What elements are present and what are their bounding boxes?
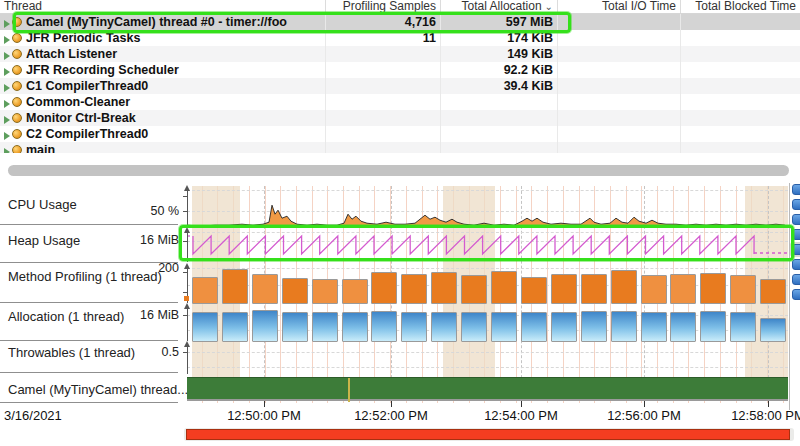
total-allocation-cell <box>440 142 557 153</box>
allocation-bar <box>551 312 577 342</box>
track-axis-value: 16 MiB <box>140 308 179 322</box>
time-axis-label: 12:52:00 PM <box>336 408 446 423</box>
profiling-samples-cell <box>325 110 440 126</box>
expand-arrow-icon[interactable] <box>4 132 10 140</box>
expand-arrow-icon[interactable] <box>4 84 10 92</box>
total-io-cell <box>557 46 680 62</box>
method-profiling-chart <box>187 264 788 304</box>
column-header-thread[interactable]: Thread <box>0 0 325 13</box>
track-label-5[interactable]: Camel (MyTinyCamel) thread... <box>8 382 188 397</box>
expand-arrow-icon[interactable] <box>4 148 10 154</box>
horizontal-scrollbar[interactable] <box>8 165 789 176</box>
column-header-total-allocation[interactable]: Total Allocation⌄ <box>440 0 557 13</box>
method-profiling-bar <box>491 271 517 304</box>
chart-tool-button[interactable] <box>792 184 800 195</box>
thread-name-cell: main <box>0 142 325 153</box>
table-row[interactable]: main <box>0 142 800 153</box>
method-profiling-bar <box>401 274 427 304</box>
profiling-samples-cell <box>325 46 440 62</box>
thread-name-cell: Monitor Ctrl-Break <box>0 110 325 126</box>
track-y-axis <box>187 232 188 262</box>
total-io-cell <box>557 14 680 30</box>
total-allocation-cell: 174 KiB <box>440 30 557 46</box>
chart-tool-button[interactable] <box>792 214 800 225</box>
expand-arrow-icon[interactable] <box>4 100 10 108</box>
time-axis-label: 12:58:00 PM <box>713 408 800 423</box>
total-blocked-cell <box>680 46 800 62</box>
thread-name-cell: JFR Periodic Tasks <box>0 30 325 46</box>
time-axis-tick <box>521 401 522 407</box>
method-profiling-bar <box>670 274 696 304</box>
thread-name-cell: Common-Cleaner <box>0 94 325 110</box>
label-separator <box>0 302 178 303</box>
total-blocked-cell <box>680 94 800 110</box>
thread-icon <box>12 17 22 27</box>
axis-tick <box>183 272 188 273</box>
thread-table-header: ThreadProfiling SamplesTotal Allocation⌄… <box>0 0 800 14</box>
expand-arrow-icon[interactable] <box>4 20 10 28</box>
thread-table: ThreadProfiling SamplesTotal Allocation⌄… <box>0 0 800 153</box>
table-row[interactable]: C2 CompilerThread0 <box>0 126 800 142</box>
table-row[interactable]: C1 CompilerThread039.4 KiB <box>0 78 800 94</box>
track-label-3[interactable]: Allocation (1 thread) <box>8 309 124 324</box>
profiling-samples-cell <box>325 142 440 153</box>
table-row[interactable]: JFR Recording Scheduler92.2 KiB <box>0 62 800 78</box>
axis-tick <box>183 241 188 242</box>
profiling-samples-cell: 11 <box>325 30 440 46</box>
allocation-bar <box>611 311 637 342</box>
total-allocation-cell <box>440 110 557 126</box>
column-header-total-blocked-time[interactable]: Total Blocked Time <box>680 0 800 13</box>
chart-tool-button[interactable] <box>792 199 800 210</box>
method-profiling-bar <box>342 279 368 304</box>
table-row[interactable]: Monitor Ctrl-Break <box>0 110 800 126</box>
total-io-cell <box>557 126 680 142</box>
total-io-cell <box>557 110 680 126</box>
label-separator <box>0 262 178 263</box>
column-header-total-i-o-time[interactable]: Total I/O Time <box>557 0 680 13</box>
column-header-profiling-samples[interactable]: Profiling Samples <box>325 0 440 13</box>
profiling-samples-cell <box>325 78 440 94</box>
thread-icon <box>12 33 22 43</box>
method-profiling-bar <box>252 274 278 304</box>
table-row[interactable]: Common-Cleaner <box>0 94 800 110</box>
horizontal-gridline <box>187 352 788 353</box>
expand-arrow-icon[interactable] <box>4 116 10 124</box>
track-label-0[interactable]: CPU Usage <box>8 197 77 212</box>
chart-tool-button[interactable] <box>792 229 800 240</box>
thread-icon <box>12 129 22 139</box>
range-selector-bar[interactable] <box>186 429 790 440</box>
chart-tool-button[interactable] <box>792 289 800 300</box>
total-blocked-cell <box>680 110 800 126</box>
expand-arrow-icon[interactable] <box>4 68 10 76</box>
chart-tool-button[interactable] <box>792 244 800 255</box>
expand-arrow-icon[interactable] <box>4 52 10 60</box>
allocation-bar <box>730 312 756 342</box>
total-io-cell <box>557 142 680 153</box>
thread-name-cell: JFR Recording Scheduler <box>0 62 325 78</box>
label-separator <box>0 402 178 403</box>
allocation-bar <box>491 312 517 342</box>
expand-arrow-icon[interactable] <box>4 36 10 44</box>
total-blocked-cell <box>680 14 800 30</box>
chart-right-divider <box>789 183 790 410</box>
total-blocked-cell <box>680 62 800 78</box>
time-axis-label: 12:54:00 PM <box>466 408 576 423</box>
track-y-axis <box>187 308 188 341</box>
time-axis-tick <box>644 401 645 407</box>
thread-name-cell: Attach Listener <box>0 46 325 62</box>
track-label-4[interactable]: Throwables (1 thread) <box>8 345 135 360</box>
total-io-cell <box>557 94 680 110</box>
chart-tool-button[interactable] <box>792 274 800 285</box>
table-row[interactable]: Attach Listener149 KiB <box>0 46 800 62</box>
chart-tool-button[interactable] <box>792 259 800 270</box>
total-allocation-cell: 149 KiB <box>440 46 557 62</box>
allocation-bar <box>401 312 427 342</box>
thread-name: Monitor Ctrl-Break <box>26 111 136 125</box>
sort-descending-icon: ⌄ <box>545 0 553 13</box>
timeline-chart[interactable] <box>187 186 788 407</box>
track-label-1[interactable]: Heap Usage <box>8 233 80 248</box>
table-row[interactable]: JFR Periodic Tasks11174 KiB <box>0 30 800 46</box>
total-io-cell <box>557 30 680 46</box>
table-row[interactable]: Camel (MyTinyCamel) thread #0 - timer://… <box>0 14 800 30</box>
track-label-2[interactable]: Method Profiling (1 thread) <box>8 269 162 284</box>
